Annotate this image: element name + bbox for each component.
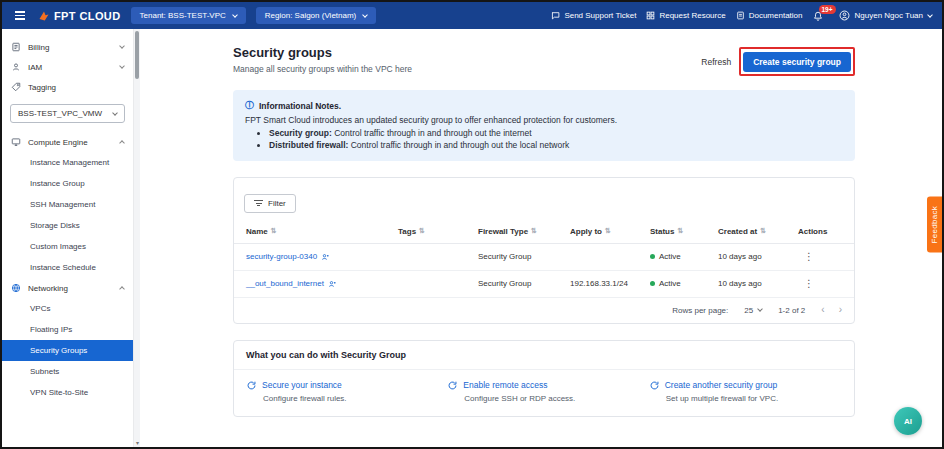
sort-icon: ⇅ xyxy=(677,227,683,235)
help-link[interactable]: Create another security group xyxy=(665,380,777,390)
help-card-title: What you can do with Security Group xyxy=(234,341,854,370)
sidebar-item-instance-group[interactable]: Instance Group xyxy=(2,173,133,194)
tag-icon xyxy=(11,82,21,92)
sidebar-group-compute-engine[interactable]: Compute Engine xyxy=(2,132,133,152)
sidebar-item-ssh-management[interactable]: SSH Management xyxy=(2,194,133,215)
sidebar-item-instance-schedule[interactable]: Instance Schedule xyxy=(2,257,133,278)
info-heading: Informational Notes. xyxy=(259,101,341,111)
sidebar-item-tagging[interactable]: Tagging xyxy=(2,77,133,97)
column-header-tags[interactable]: Tags⇅ xyxy=(398,227,478,236)
firewall-type-cell: Security Group xyxy=(478,279,570,288)
chevron-up-icon xyxy=(119,140,125,146)
sidebar-item-custom-images[interactable]: Custom Images xyxy=(2,236,133,257)
bullet-term: Security group: xyxy=(269,128,332,138)
column-header-name[interactable]: Name⇅ xyxy=(246,227,398,236)
sidebar-item-billing[interactable]: Billing xyxy=(2,37,133,57)
sort-icon: ⇅ xyxy=(531,227,537,235)
created-at-cell: 10 days ago xyxy=(718,279,798,288)
column-header-created-at[interactable]: Created at⇅ xyxy=(718,227,798,236)
send-support-ticket-link[interactable]: Send Support Ticket xyxy=(551,11,636,20)
table-row: security-group-0340 Security Group Activ… xyxy=(234,244,854,271)
chevron-down-icon xyxy=(119,63,125,69)
sidebar-item-storage-disks[interactable]: Storage Disks xyxy=(2,215,133,236)
request-label: Request Resource xyxy=(659,11,725,20)
help-desc: Configure firewall rules. xyxy=(263,394,439,403)
help-link[interactable]: Enable remote access xyxy=(463,380,547,390)
chevron-up-icon xyxy=(119,286,125,292)
tenant-label: Tenant: BSS-TEST-VPC xyxy=(140,11,226,20)
topbar: FPT CLOUD Tenant: BSS-TEST-VPC Region: S… xyxy=(2,2,942,29)
vpc-selector[interactable]: BSS-TEST_VPC_VMW xyxy=(10,104,125,123)
table-pagination: Rows per page: 25 1-2 of 2 ‹ › xyxy=(234,298,854,323)
security-group-link[interactable]: security-group-0340 xyxy=(246,252,317,261)
vpc-selector-value: BSS-TEST_VPC_VMW xyxy=(18,109,102,118)
sidebar-item-vpn-site-to-site[interactable]: VPN Site-to-Site xyxy=(2,382,133,403)
feedback-tab[interactable]: Feedback xyxy=(927,197,942,253)
rows-per-page-select[interactable]: 25 xyxy=(744,306,762,315)
filter-icon xyxy=(254,200,263,207)
sidebar-group-networking[interactable]: Networking xyxy=(2,278,133,298)
ai-assistant-button[interactable]: AI xyxy=(894,407,922,435)
create-security-group-button[interactable]: Create security group xyxy=(743,52,851,72)
info-bullet: Security group: Control traffic through … xyxy=(269,128,843,138)
help-item-remote-access: Enable remote access Configure SSH or RD… xyxy=(447,380,640,403)
sidebar-scrollbar[interactable]: ▾ xyxy=(133,29,140,447)
documentation-link[interactable]: Documentation xyxy=(736,11,803,20)
status-dot xyxy=(650,254,655,259)
sidebar-item-security-groups[interactable]: Security Groups xyxy=(2,340,133,361)
security-group-link[interactable]: __out_bound_internet xyxy=(246,279,324,288)
chevron-down-icon xyxy=(119,43,125,49)
networking-icon xyxy=(11,283,21,293)
compute-engine-label: Compute Engine xyxy=(28,138,113,147)
iam-label: IAM xyxy=(28,63,113,72)
user-menu[interactable]: Nguyen Ngoc Tuan xyxy=(839,10,933,21)
sidebar-item-instance-management[interactable]: Instance Management xyxy=(2,152,133,173)
scrollbar-thumb[interactable] xyxy=(135,31,139,79)
sidebar-item-iam[interactable]: IAM xyxy=(2,57,133,77)
info-line: FPT Smart Cloud introduces an updated se… xyxy=(245,115,843,125)
help-link[interactable]: Secure your instance xyxy=(262,380,342,390)
bullet-term: Distributed firewall: xyxy=(269,140,348,150)
sidebar-item-floating-ips[interactable]: Floating IPs xyxy=(2,319,133,340)
chevron-down-icon xyxy=(362,12,368,18)
column-header-firewall-type[interactable]: Firewall Type⇅ xyxy=(478,227,570,236)
sidebar-item-vpcs[interactable]: VPCs xyxy=(2,298,133,319)
docs-label: Documentation xyxy=(749,11,803,20)
row-actions-button[interactable]: ⋮ xyxy=(798,278,820,289)
notifications-button[interactable]: 19+ xyxy=(813,11,823,21)
previous-page-button[interactable]: ‹ xyxy=(821,306,824,314)
region-selector[interactable]: Region: Saigon (Vietnam) xyxy=(256,7,376,24)
row-actions-button[interactable]: ⋮ xyxy=(798,251,820,262)
column-header-status[interactable]: Status⇅ xyxy=(650,227,718,236)
status-dot xyxy=(650,281,655,286)
help-item-create-another: Create another security group Set up mul… xyxy=(649,380,842,403)
shared-user-icon xyxy=(321,253,329,261)
created-at-cell: 10 days ago xyxy=(718,252,798,261)
info-icon: ⓘ xyxy=(245,99,254,112)
filter-button[interactable]: Filter xyxy=(244,194,296,213)
region-label: Region: Saigon (Vietnam) xyxy=(265,11,356,20)
menu-icon[interactable] xyxy=(12,8,28,22)
security-groups-table-card: Filter Name⇅ Tags⇅ Firewall Type⇅ Apply … xyxy=(233,177,855,324)
sort-icon: ⇅ xyxy=(605,227,611,235)
info-bullet: Distributed firewall: Control traffic th… xyxy=(269,140,843,150)
next-page-button[interactable]: › xyxy=(839,306,842,314)
bullet-text: Control traffic through in and through o… xyxy=(332,128,532,138)
chat-icon xyxy=(551,11,560,20)
request-resource-link[interactable]: Request Resource xyxy=(646,11,725,20)
pagination-range: 1-2 of 2 xyxy=(778,306,805,315)
refresh-button[interactable]: Refresh xyxy=(701,57,731,67)
tenant-selector[interactable]: Tenant: BSS-TEST-VPC xyxy=(131,7,246,24)
column-header-apply-to[interactable]: Apply to⇅ xyxy=(570,227,650,236)
compute-engine-icon xyxy=(11,137,21,147)
table-header-row: Name⇅ Tags⇅ Firewall Type⇅ Apply to⇅ Sta… xyxy=(234,220,854,244)
chevron-down-icon xyxy=(757,306,763,312)
status-badge: Active xyxy=(659,252,681,261)
sidebar-item-subnets[interactable]: Subnets xyxy=(2,361,133,382)
status-badge: Active xyxy=(659,279,681,288)
annotation-highlight: Create security group xyxy=(739,47,855,76)
filter-label: Filter xyxy=(268,199,286,208)
logo-text: FPT CLOUD xyxy=(54,10,121,22)
sort-icon: ⇅ xyxy=(419,227,425,235)
informational-notes: ⓘ Informational Notes. FPT Smart Cloud i… xyxy=(233,90,855,161)
